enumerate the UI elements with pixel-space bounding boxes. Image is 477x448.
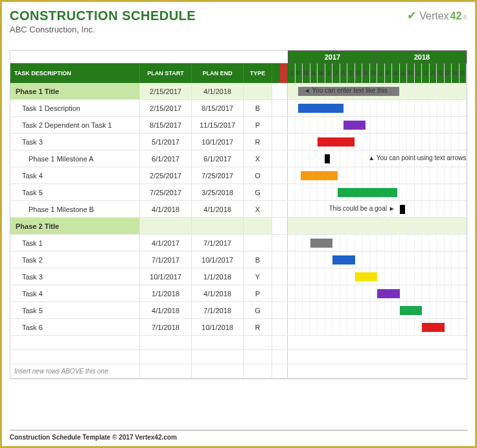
task-desc[interactable]: Task 3 (10, 134, 140, 150)
task-desc[interactable]: Task 4 (10, 167, 140, 183)
task-desc[interactable]: Task 1 Description (10, 100, 140, 116)
plan-start[interactable]: 7/1/2017 (140, 252, 192, 268)
plan-start[interactable]: 2/15/2017 (140, 100, 192, 116)
task-type[interactable]: B (244, 252, 272, 268)
plan-start[interactable]: 4/1/2017 (140, 235, 192, 251)
month-cell: M (318, 64, 325, 83)
task-type[interactable]: R (244, 319, 272, 335)
gantt-bar[interactable] (301, 171, 338, 180)
plan-start[interactable]: 2/15/2017 (140, 83, 192, 99)
task-type[interactable]: X (244, 150, 272, 167)
task-row[interactable]: Task 41/1/20184/1/2018P (10, 285, 467, 302)
plan-end[interactable]: 8/15/2017 (192, 100, 244, 116)
empty-row[interactable] (10, 350, 467, 364)
gantt-cell: This could be a goal ► (288, 201, 467, 217)
plan-end[interactable]: 7/1/2017 (192, 235, 244, 251)
task-type[interactable]: O (244, 167, 272, 183)
task-desc[interactable]: Phase 1 Title (10, 83, 140, 99)
task-desc[interactable]: Task 6 (10, 319, 140, 335)
task-type[interactable] (244, 218, 272, 234)
plan-end[interactable]: 7/1/2018 (192, 302, 244, 318)
gantt-bar[interactable] (343, 121, 366, 130)
task-desc[interactable]: Task 5 (10, 302, 140, 318)
plan-end[interactable]: 6/1/2017 (192, 150, 244, 167)
gantt-bar[interactable] (355, 272, 378, 281)
task-desc[interactable]: Task 2 Dependent on Task 1 (10, 117, 140, 133)
task-desc[interactable]: Phase 2 Title (10, 218, 140, 234)
task-type[interactable]: X (244, 201, 272, 217)
gantt-bar[interactable] (422, 323, 445, 332)
milestone-icon[interactable] (400, 205, 405, 214)
task-type[interactable]: B (244, 100, 272, 116)
milestone-row[interactable]: Phase 1 Milestone A6/1/20176/1/2017X▲ Yo… (10, 150, 467, 167)
plan-start[interactable]: 4/1/2018 (140, 201, 192, 217)
edge-cell (272, 167, 288, 183)
plan-start[interactable]: 7/1/2018 (140, 319, 192, 335)
task-row[interactable]: Task 54/1/20187/1/2018G (10, 302, 467, 319)
gantt-annotation: ▲ You can point using text arrows (368, 154, 466, 161)
gantt-bar[interactable] (318, 137, 355, 147)
plan-end[interactable]: 11/15/2017 (192, 117, 244, 133)
empty-row[interactable] (10, 336, 467, 350)
month-header-strip: JFMAMJJASONDJFMAMJJASOND (288, 64, 467, 83)
task-type[interactable]: G (244, 302, 272, 318)
task-type[interactable]: P (244, 285, 272, 301)
plan-start[interactable]: 6/1/2017 (140, 150, 192, 167)
phase-row[interactable]: Phase 2 Title (10, 218, 467, 235)
task-desc[interactable]: Phase 1 Milestone B (10, 201, 140, 217)
gantt-cell: ◄ You can enter text like this (288, 83, 467, 99)
plan-end[interactable]: 4/1/2018 (192, 285, 244, 301)
column-header-row: TASK DESCRIPTION PLAN START PLAN END TYP… (10, 64, 467, 83)
header: CONSTRUCTION SCHEDULE ABC Construction, … (10, 8, 467, 34)
task-desc[interactable]: Task 1 (10, 235, 140, 251)
milestone-icon[interactable] (325, 154, 330, 163)
task-type[interactable]: R (244, 134, 272, 150)
task-desc[interactable]: Task 3 (10, 268, 140, 285)
plan-end[interactable]: 10/1/2017 (192, 252, 244, 268)
task-type[interactable]: Y (244, 268, 272, 285)
task-row[interactable]: Task 2 Dependent on Task 18/15/201711/15… (10, 117, 467, 134)
gantt-bar[interactable] (400, 306, 423, 315)
plan-end[interactable]: 4/1/2018 (192, 83, 244, 99)
phase-row[interactable]: Phase 1 Title2/15/20174/1/2018◄ You can … (10, 83, 467, 100)
task-desc[interactable]: Task 2 (10, 252, 140, 268)
plan-end[interactable] (192, 218, 244, 234)
plan-end[interactable]: 10/1/2017 (192, 134, 244, 150)
plan-start[interactable]: 5/1/2017 (140, 134, 192, 150)
task-row[interactable]: Task 310/1/20171/1/2018Y (10, 268, 467, 285)
plan-start[interactable]: 2/25/2017 (140, 167, 192, 183)
task-row[interactable]: Task 57/25/20173/25/2018G (10, 184, 467, 201)
gantt-bar[interactable] (377, 289, 400, 298)
task-desc[interactable]: Task 5 (10, 184, 140, 200)
task-type[interactable]: G (244, 184, 272, 200)
gantt-bar[interactable] (332, 255, 355, 265)
task-desc[interactable]: Task 4 (10, 285, 140, 301)
task-row[interactable]: Task 35/1/201710/1/2017R (10, 134, 467, 150)
plan-start[interactable]: 1/1/2018 (140, 285, 192, 301)
task-row[interactable]: Task 27/1/201710/1/2017B (10, 252, 467, 268)
plan-start[interactable]: 4/1/2018 (140, 302, 192, 318)
plan-end[interactable]: 10/1/2018 (192, 319, 244, 335)
milestone-row[interactable]: Phase 1 Milestone B4/1/20184/1/2018XThis… (10, 201, 467, 218)
plan-end[interactable]: 3/25/2018 (192, 184, 244, 200)
task-type[interactable] (244, 83, 272, 99)
gantt-bar[interactable] (310, 239, 333, 248)
plan-start[interactable]: 7/25/2017 (140, 184, 192, 200)
task-row[interactable]: Task 1 Description2/15/20178/15/2017B (10, 100, 467, 117)
task-row[interactable]: Task 14/1/20177/1/2017 (10, 235, 467, 252)
task-row[interactable]: Task 42/25/20177/25/2017O (10, 167, 467, 184)
plan-end[interactable]: 4/1/2018 (192, 201, 244, 217)
task-desc[interactable]: Phase 1 Milestone A (10, 150, 140, 167)
gantt-bar[interactable] (338, 188, 397, 197)
task-type[interactable]: P (244, 117, 272, 133)
plan-start[interactable]: 8/15/2017 (140, 117, 192, 133)
plan-end[interactable]: 7/25/2017 (192, 167, 244, 183)
task-row[interactable]: Task 67/1/201810/1/2018R (10, 319, 467, 336)
plan-end[interactable]: 1/1/2018 (192, 268, 244, 285)
plan-start[interactable]: 10/1/2017 (140, 268, 192, 285)
template-frame: CONSTRUCTION SCHEDULE ABC Construction, … (0, 0, 477, 448)
plan-start[interactable] (140, 218, 192, 234)
page-subtitle: ABC Construction, Inc. (10, 25, 196, 34)
gantt-bar[interactable] (298, 104, 343, 113)
task-type[interactable] (244, 235, 272, 251)
